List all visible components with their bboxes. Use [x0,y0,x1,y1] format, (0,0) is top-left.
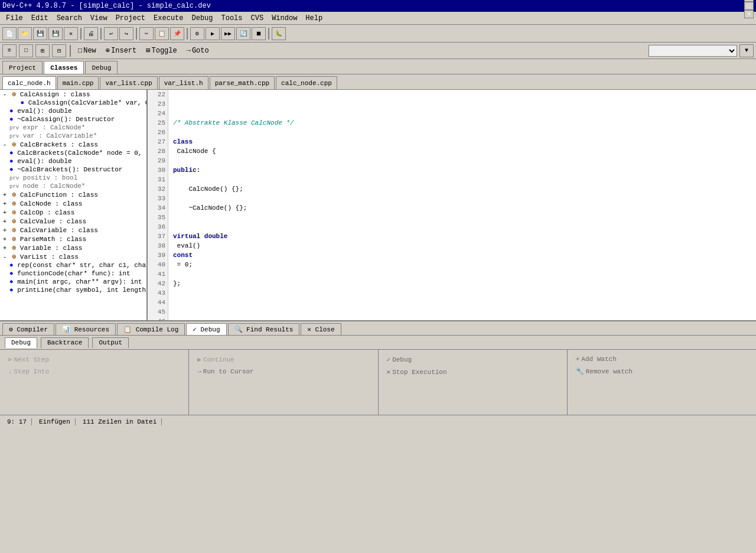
undo-btn[interactable]: ↩ [104,27,118,40]
code-content[interactable]: 22 23 24 25 26 27 28 29 30 31 32 33 34 3… [148,90,756,320]
insert-label[interactable]: ⊕ Insert [102,45,140,56]
remove-watch-btn[interactable]: 🔧 Remove watch [572,366,751,376]
tree-item-calcassign-var[interactable]: prv var : CalcVariable* [0,132,146,140]
tree-item-calcassign[interactable]: - ⊕ CalcAssign : class [0,90,146,99]
tree-item-calcassign-expr[interactable]: prv expr : CalcNode* [0,123,146,132]
tree-item-calcbrackets[interactable]: - ⊕ CalcBrackets : class [0,140,146,149]
class-icon: ⊕ [12,218,17,225]
continue-btn[interactable]: ▶ Continue [194,354,373,365]
save-btn[interactable]: 💾 [33,27,47,40]
open-btn[interactable]: 📁 [18,27,32,40]
tree-item-calcop[interactable]: + ⊕ CalcOp : class [0,208,146,217]
rebuild-btn[interactable]: 🔄 [236,27,250,40]
tree-item-calcassign-eval[interactable]: ● eval(): double [0,107,146,115]
tree-label: ~CalcBrackets(): Destructor [17,166,122,173]
goto-label[interactable]: → Goto [183,45,213,56]
menu-cvs[interactable]: CVS [247,14,268,23]
menu-project[interactable]: Project [112,14,149,23]
tree-item-calcbrackets-eval[interactable]: ● eval(): double [0,157,146,165]
debug-start-btn[interactable]: 🐛 [272,27,286,40]
debug-tab-compile-log[interactable]: 📋 Compile Log [117,323,185,335]
tree-item-calcvalue[interactable]: + ⊕ CalcValue : class [0,217,146,226]
tree-item-calcvariable[interactable]: + ⊕ CalcVariable : class [0,226,146,235]
file-tab-calc-node-cpp[interactable]: calc_node.cpp [276,76,337,89]
tree-label: CalcOp : class [20,209,74,216]
tree-item-varlist-functioncode[interactable]: ● functionCode(char* func): int [0,269,146,278]
tree-item-varlist[interactable]: - ⊕ VarList : class [0,252,146,261]
tree-item-calcbrackets-node[interactable]: prv node : CalcNode* [0,182,146,190]
tree-item-calcnode[interactable]: + ⊕ CalcNode : class [0,199,146,208]
tb2-btn2[interactable]: □ [19,44,33,57]
sub-tab-output[interactable]: Output [92,337,129,348]
new-label[interactable]: □ New [74,45,100,56]
run-btn[interactable]: ▶ [206,27,220,40]
tree-label: CalcBrackets(CalcNode* node = 0, ... [17,149,148,157]
debug-tab-debug[interactable]: ✓ Debug [186,323,226,335]
func-icon: ● [9,158,14,165]
save-all-btn[interactable]: 💾 [48,27,63,40]
menu-debug[interactable]: Debug [188,14,217,23]
compile-btn[interactable]: ⚙ [190,27,204,40]
expand-icon: - [1,91,8,98]
debug-tab-resources[interactable]: 📊 Resources [56,323,116,335]
tree-item-calcbrackets-ctor[interactable]: ● CalcBrackets(CalcNode* node = 0, ... [0,149,146,157]
stop-btn[interactable]: ⏹ [252,27,266,40]
menu-view[interactable]: View [87,14,111,23]
tree-item-calcbrackets-dtor[interactable]: ● ~CalcBrackets(): Destructor [0,165,146,174]
maximize-btn[interactable]: □ [744,2,754,10]
menu-file[interactable]: File [2,14,27,23]
debug-tab-close[interactable]: ✕ Close [301,323,341,335]
add-watch-btn[interactable]: + Add Watch [572,354,751,364]
debug-tab-compiler[interactable]: ⚙ Compiler [2,323,54,335]
debug-start-debug-btn[interactable]: ✓ Debug [383,354,562,365]
tree-item-variable[interactable]: + ⊕ Variable : class [0,243,146,252]
menu-help[interactable]: Help [302,14,326,23]
menu-window[interactable]: Window [268,14,301,23]
redo-btn[interactable]: ↪ [119,27,133,40]
tb2-btn4[interactable]: ⊟ [52,44,66,57]
tree-item-parsemath[interactable]: + ⊕ ParseMath : class [0,235,146,243]
code-text-area[interactable]: /* Abstrakte Klasse CalcNode */ class Ca… [168,90,756,320]
file-tab-var-list-cpp[interactable]: var_list.cpp [100,76,157,89]
stop-execution-btn[interactable]: ✕ Stop Execution [383,367,562,377]
file-tab-main-cpp[interactable]: main.cpp [57,76,99,89]
sub-tab-backtrace[interactable]: Backtrace [41,337,89,348]
combo-drop-btn[interactable]: ▼ [739,44,754,57]
tree-item-calcbrackets-positiv[interactable]: prv positiv : bool [0,174,146,182]
debug-tab-find-results[interactable]: 🔍 Find Results [228,323,300,335]
find-results-icon: 🔍 [234,326,243,333]
new-file-btn[interactable]: 📄 [2,27,17,40]
tree-item-calcassign-dtor[interactable]: ● ~CalcAssign(): Destructor [0,115,146,123]
file-tab-calc-node-h[interactable]: calc_node.h [2,76,56,89]
print-btn[interactable]: 🖨 [84,27,98,40]
next-step-btn[interactable]: ⊳ Next Step [5,354,184,365]
tab-classes[interactable]: Classes [44,61,84,74]
step-into-btn[interactable]: ↓ Step Into [5,367,184,376]
tree-item-calcfunction[interactable]: + ⊕ CalcFunction : class [0,190,146,199]
tb2-btn3[interactable]: ⊞ [35,44,50,57]
menu-execute[interactable]: Execute [150,14,187,23]
cut-btn[interactable]: ✂ [139,27,154,40]
menu-search[interactable]: Search [53,14,86,23]
tree-label: ParseMath : class [20,236,86,243]
file-tab-var-list-h[interactable]: var_list.h [159,76,208,89]
run-to-cursor-btn[interactable]: → Run to Cursor [194,367,373,376]
close-file-btn[interactable]: ✕ [64,27,78,40]
copy-btn[interactable]: 📋 [155,27,169,40]
tree-item-varlist-printline[interactable]: ● printLine(char symbol, int length): vo… [0,286,146,294]
compile-run-btn[interactable]: ▶▶ [221,27,235,40]
tree-item-calcassign-ctor[interactable]: ● CalcAssign(CalcVariable* var, CalcN... [0,99,146,107]
file-tab-parse-math-cpp[interactable]: parse_math.cpp [210,76,275,89]
menu-edit[interactable]: Edit [28,14,52,23]
tree-item-varlist-main[interactable]: ● main(int argc, char** argv): int [0,278,146,286]
menu-tools[interactable]: Tools [218,14,246,23]
search-combo[interactable] [649,45,737,57]
tab-debug-panel[interactable]: Debug [85,61,118,74]
paste-btn[interactable]: 📌 [170,27,184,40]
toggle-label[interactable]: ⊞ Toggle [142,45,180,56]
tab-project[interactable]: Project [2,61,43,74]
tree-item-varlist-rep[interactable]: ● rep(const char* str, char c1, char c2)… [0,261,146,269]
close-btn[interactable]: × [744,10,754,18]
sub-tab-debug[interactable]: Debug [5,337,37,348]
tb2-btn1[interactable]: ≡ [2,44,17,57]
